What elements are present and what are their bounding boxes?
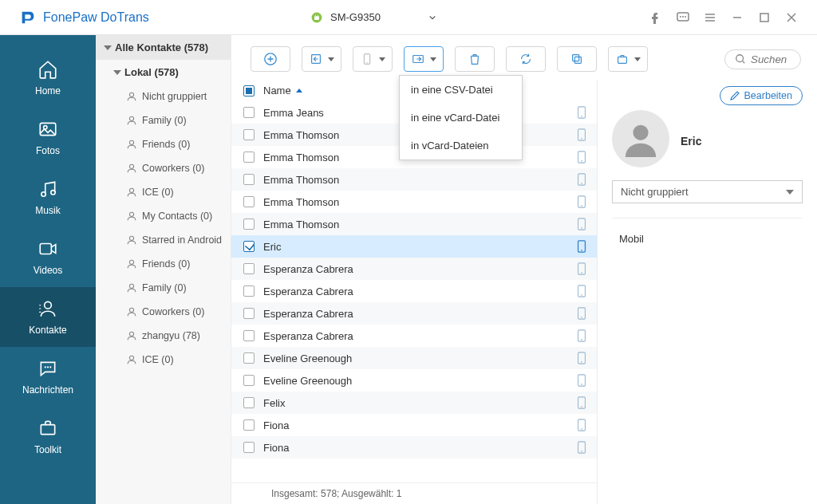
cell-name: Eveline Greenough: [260, 352, 424, 364]
menu-icon[interactable]: [704, 11, 716, 24]
refresh-button[interactable]: [506, 46, 546, 72]
app-title: FonePaw DoTrans: [43, 10, 149, 25]
table-row[interactable]: Esperanza Cabrera: [231, 325, 597, 347]
row-checkbox[interactable]: [243, 442, 255, 453]
table-row[interactable]: Emma Thomson: [231, 168, 597, 191]
close-button[interactable]: [785, 11, 798, 24]
table-row[interactable]: Esperanza Cabrera: [231, 280, 597, 302]
dropdown-caret-icon: [634, 57, 641, 61]
cell-name: Esperanza Cabrera: [260, 330, 424, 342]
row-checkbox[interactable]: [243, 107, 255, 118]
row-checkbox[interactable]: [243, 219, 255, 230]
row-checkbox[interactable]: [243, 352, 255, 364]
tree-node[interactable]: ICE (0): [96, 180, 231, 204]
to-device-button[interactable]: [353, 46, 393, 72]
search-box[interactable]: [724, 49, 801, 69]
tree-node[interactable]: Nicht gruppiert: [96, 85, 231, 108]
nav-home[interactable]: Home: [0, 48, 96, 108]
row-checkbox[interactable]: [243, 174, 255, 185]
svg-point-61: [581, 339, 582, 341]
group-select[interactable]: Nicht gruppiert: [612, 180, 803, 203]
tree-node[interactable]: Starred in Android: [96, 228, 231, 252]
export-csv[interactable]: in eine CSV-Datei: [400, 76, 522, 104]
table-row[interactable]: Esperanza Cabrera: [231, 258, 597, 280]
svg-point-47: [581, 183, 582, 184]
pencil-icon: [730, 91, 740, 100]
tree-node[interactable]: My Contacts (0): [96, 204, 231, 228]
edit-button[interactable]: Bearbeiten: [720, 86, 803, 105]
table-row[interactable]: Eveline Greenough: [231, 347, 597, 369]
table-row[interactable]: Emma Thomson: [231, 213, 597, 235]
backup-button[interactable]: [608, 46, 648, 72]
nav-label: Videos: [34, 265, 62, 276]
import-button[interactable]: [302, 46, 341, 72]
facebook-icon[interactable]: [649, 11, 662, 24]
nav-contacts[interactable]: Kontakte: [0, 287, 96, 347]
row-checkbox[interactable]: [243, 285, 255, 297]
row-checkbox[interactable]: [243, 397, 255, 408]
nav-photos[interactable]: Fotos: [0, 108, 96, 167]
svg-point-53: [581, 250, 582, 251]
feedback-icon[interactable]: [677, 11, 689, 24]
nav-videos[interactable]: Videos: [0, 227, 96, 287]
tree-node[interactable]: Coworkers (0): [96, 156, 231, 180]
tree-local[interactable]: Lokal (578): [96, 60, 231, 85]
table-row[interactable]: Felix: [231, 392, 597, 414]
toolkit-icon: [37, 418, 58, 441]
nav-label: Nachrichten: [22, 384, 73, 396]
table-row[interactable]: Eric: [231, 235, 597, 258]
export-dropdown: in eine CSV-Datei in eine vCard-Datei in…: [399, 75, 523, 160]
tree-node[interactable]: Friends (0): [96, 252, 231, 276]
row-checkbox[interactable]: [243, 152, 255, 163]
row-checkbox[interactable]: [243, 419, 255, 431]
export-vcards[interactable]: in vCard-Dateien: [400, 132, 522, 159]
table-row[interactable]: Emma Thomson: [231, 191, 597, 213]
divider: [612, 218, 803, 219]
delete-button[interactable]: [455, 46, 495, 72]
row-checkbox[interactable]: [243, 196, 255, 207]
android-icon: [311, 12, 322, 23]
nav-label: Home: [35, 85, 61, 96]
edit-button-label: Bearbeiten: [744, 90, 792, 101]
row-checkbox[interactable]: [243, 129, 255, 140]
tree-node[interactable]: Friends (0): [96, 132, 231, 156]
tree-node[interactable]: zhangyu (78): [96, 324, 231, 348]
tree-root[interactable]: Alle Kontakte (578): [96, 35, 231, 60]
row-checkbox[interactable]: [243, 308, 255, 319]
table-row[interactable]: Fiona: [231, 436, 597, 459]
row-checkbox[interactable]: [243, 263, 255, 274]
add-button[interactable]: [251, 46, 290, 72]
table-row[interactable]: Esperanza Cabrera: [231, 302, 597, 325]
row-checkbox[interactable]: [243, 330, 255, 341]
chevron-down-icon: [428, 14, 436, 22]
tree-node[interactable]: Family (0): [96, 276, 231, 300]
table-row[interactable]: Fiona: [231, 414, 597, 436]
tree-node[interactable]: Coworkers (0): [96, 300, 231, 324]
tree-node[interactable]: Family (0): [96, 108, 231, 132]
device-selector[interactable]: SM-G9350: [311, 11, 436, 23]
export-vcard[interactable]: in eine vCard-Datei: [400, 104, 522, 132]
svg-point-3: [318, 14, 318, 15]
svg-point-49: [581, 205, 582, 207]
minimize-button[interactable]: [731, 11, 744, 24]
svg-point-17: [49, 366, 51, 368]
home-icon: [37, 59, 58, 82]
nav-toolkit[interactable]: Toolkit: [0, 407, 96, 467]
export-button[interactable]: [404, 46, 444, 72]
nav-label: Musik: [35, 205, 60, 216]
tree-node[interactable]: ICE (0): [96, 348, 231, 372]
nav-messages[interactable]: Nachrichten: [0, 347, 96, 407]
nav-music[interactable]: Musik: [0, 167, 96, 227]
svg-rect-1: [314, 16, 319, 20]
search-input[interactable]: [751, 53, 791, 65]
cell-name: Eric: [260, 241, 424, 253]
row-checkbox[interactable]: [243, 375, 255, 386]
group-icon: [126, 187, 137, 198]
row-checkbox[interactable]: [243, 241, 255, 252]
tree-node-label: Coworkers (0): [142, 163, 205, 174]
select-all-checkbox[interactable]: [243, 85, 255, 96]
dropdown-caret-icon: [430, 57, 436, 61]
maximize-button[interactable]: [758, 11, 771, 24]
dedup-button[interactable]: [557, 46, 597, 72]
table-row[interactable]: Eveline Greenough: [231, 369, 597, 392]
